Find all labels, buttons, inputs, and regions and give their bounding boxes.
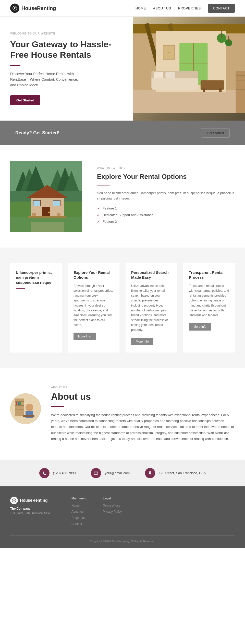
svg-rect-53 <box>15 405 24 406</box>
footer-main-menu: Main menu Home About us Properties Conta… <box>71 497 88 528</box>
hero-text: WELCOME TO OUR WEBSITE Your Gateway to H… <box>0 17 133 121</box>
card-3-desc: Utilize advanced search filters to tailo… <box>131 284 172 333</box>
feature-text-1: Feature 1 <box>103 206 117 210</box>
hero-divider <box>10 65 20 66</box>
nav-contact-button[interactable]: CONTACT <box>208 4 235 13</box>
footer-bottom: Copyright ©2024 The Company, All Rights … <box>10 535 235 543</box>
svg-rect-18 <box>219 88 222 92</box>
svg-rect-60 <box>23 415 34 417</box>
footer-logo: HouseRenting <box>10 497 56 504</box>
svg-rect-54 <box>15 409 24 409</box>
card-4-desc: Transparent rental process with clear te… <box>189 284 229 318</box>
logo-icon <box>10 4 19 13</box>
hero-cta-button[interactable]: Get Started <box>10 95 40 105</box>
location-icon <box>145 468 155 478</box>
svg-rect-55 <box>16 402 17 405</box>
nav-about[interactable]: ABOUT US <box>153 6 171 10</box>
card-2-title: Explore Your Rental Options <box>74 270 114 280</box>
about-title: About us <box>51 391 235 402</box>
features-section: WHAT DO WE DO? Explore Your Rental Optio… <box>0 145 245 248</box>
about-section: ABOUT US About us We're dedicated to sim… <box>0 368 245 460</box>
svg-rect-57 <box>19 402 21 405</box>
footer-terms[interactable]: Terms of use <box>103 504 120 507</box>
svg-point-62 <box>150 472 151 473</box>
svg-rect-49 <box>57 213 60 216</box>
card-2-desc: Browse through a vast selection of renta… <box>74 284 114 328</box>
contact-strip: (123) 456-7890 your@email.com 123 Street… <box>0 460 245 486</box>
feature-text-3: Feature 3 <box>103 220 117 224</box>
footer-menu-about[interactable]: About us <box>71 510 83 513</box>
email-icon <box>91 468 101 478</box>
footer-brand: HouseRenting The Company 123 Street, San… <box>10 497 56 528</box>
logo-text: HouseRenting <box>21 5 56 11</box>
card-1: Ullamcorper primis, nam pretium suspendi… <box>10 263 62 353</box>
svg-rect-6 <box>133 90 245 113</box>
nav-links: HOME ABOUT US PROPERTIES CONTACT <box>136 6 235 10</box>
contact-email-item: your@email.com <box>91 468 130 478</box>
features-list: ✓ Feature 1 ✓ Dedicated Support and Assi… <box>97 206 235 224</box>
svg-rect-56 <box>18 402 19 405</box>
feature-item-3: ✓ Feature 3 <box>97 220 235 224</box>
check-icon-1: ✓ <box>97 206 100 210</box>
logo[interactable]: HouseRenting <box>10 4 56 13</box>
hero-image-placeholder: ♥ <box>133 17 245 121</box>
nav-properties[interactable]: PROPERTIES <box>178 6 201 10</box>
cta-banner-text: Ready? Get Started! <box>15 130 59 136</box>
contact-email: your@email.com <box>105 471 130 475</box>
hero-subtitle: WELCOME TO OUR WEBSITE <box>10 32 122 35</box>
contact-address-item: 123 Street, San Francisco, USA <box>145 468 206 478</box>
about-divider <box>51 406 64 407</box>
svg-rect-52 <box>15 401 24 402</box>
phone-icon <box>39 468 50 478</box>
svg-rect-43 <box>33 200 40 206</box>
svg-rect-1 <box>14 8 15 9</box>
footer: HouseRenting The Company 123 Street, San… <box>0 486 245 548</box>
footer-legal-list: Terms of use Privacy Policy <box>103 503 122 513</box>
svg-rect-64 <box>14 500 15 501</box>
hero-section: WELCOME TO OUR WEBSITE Your Gateway to H… <box>0 17 245 121</box>
navigation: HouseRenting HOME ABOUT US PROPERTIES CO… <box>0 0 245 17</box>
footer-legal-label: Legal <box>103 497 122 500</box>
card-3-title: Personalized Search Made Easy <box>131 270 172 280</box>
footer-privacy[interactable]: Privacy Policy <box>103 510 122 513</box>
about-description: We're dedicated to simplifying the house… <box>51 412 235 442</box>
hero-image: ♥ <box>133 17 245 121</box>
contact-phone: (123) 456-7890 <box>53 471 76 475</box>
svg-text:♥: ♥ <box>168 52 169 54</box>
card-1-divider <box>16 288 25 289</box>
svg-point-58 <box>26 404 33 411</box>
footer-logo-icon <box>10 497 18 504</box>
footer-menu-properties[interactable]: Properties <box>71 516 85 520</box>
card-2-more-button[interactable]: More Info <box>74 333 96 340</box>
svg-rect-14 <box>154 72 163 78</box>
card-4-more-button[interactable]: More Info <box>189 323 211 331</box>
cta-banner: Ready? Get Started! Get Started <box>0 121 245 145</box>
about-avatar <box>10 393 41 424</box>
contact-address: 123 Street, San Francisco, USA <box>159 471 206 475</box>
svg-point-42 <box>48 212 50 213</box>
footer-address: 123 Street, San Francisco, USA <box>10 511 56 514</box>
features-content: WHAT DO WE DO? Explore Your Rental Optio… <box>97 167 235 226</box>
footer-company-name: The Company <box>10 507 56 510</box>
cards-grid: Ullamcorper primis, nam pretium suspendi… <box>10 263 235 353</box>
svg-rect-17 <box>203 88 205 92</box>
svg-point-50 <box>10 393 41 424</box>
svg-rect-15 <box>165 72 175 78</box>
footer-legal: Legal Terms of use Privacy Policy <box>103 497 122 528</box>
footer-main-menu-list: Home About us Properties Contact <box>71 503 88 526</box>
nav-home[interactable]: HOME <box>136 6 146 11</box>
cta-banner-button[interactable]: Get Started <box>201 128 230 138</box>
svg-rect-48 <box>32 213 36 216</box>
about-content: ABOUT US About us We're dedicated to sim… <box>51 386 235 442</box>
footer-menu-contact[interactable]: Contact <box>71 522 82 526</box>
svg-rect-44 <box>53 200 60 206</box>
svg-rect-47 <box>28 216 66 218</box>
feature-text-2: Dedicated Support and Assistance <box>103 213 153 217</box>
footer-main-menu-label: Main menu <box>71 497 88 500</box>
features-label: WHAT DO WE DO? <box>97 167 235 170</box>
card-3-more-button[interactable]: More Info <box>131 338 153 345</box>
features-title: Explore Your Rental Options <box>97 173 235 181</box>
check-icon-2: ✓ <box>97 213 100 217</box>
footer-menu-home[interactable]: Home <box>71 504 80 507</box>
svg-rect-25 <box>236 71 245 113</box>
